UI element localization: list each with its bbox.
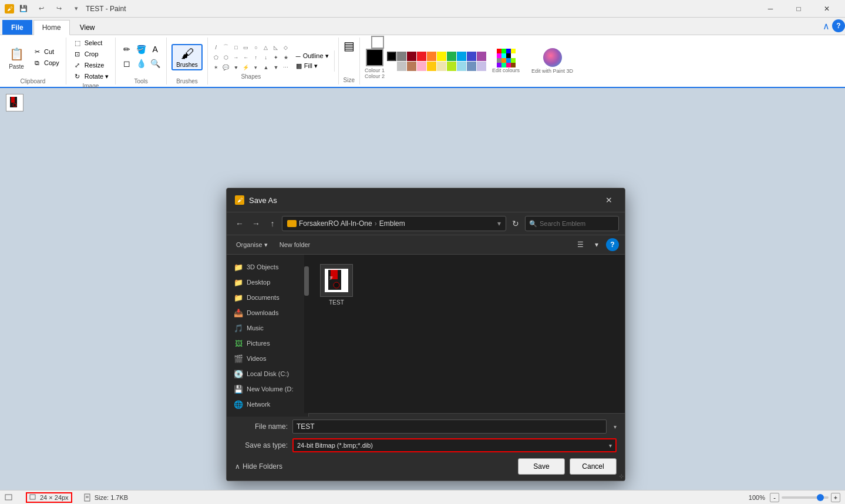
minimize-btn[interactable]: ─ bbox=[757, 0, 784, 18]
dialog-help-btn[interactable]: ? bbox=[606, 238, 619, 251]
crop-btn[interactable]: ⊡ Crop bbox=[71, 49, 110, 59]
organise-btn[interactable]: Organise ▾ bbox=[233, 240, 271, 250]
colour-selector[interactable]: Colour 1 Colour 2 bbox=[365, 43, 385, 79]
edit-with-paint3d-btn[interactable]: Edit with Paint 3D bbox=[526, 47, 579, 75]
outline-btn[interactable]: ─ Outline ▾ bbox=[294, 52, 331, 60]
shape-arrow-left[interactable]: ← bbox=[241, 53, 251, 62]
shape-star5[interactable]: ★ bbox=[281, 53, 291, 62]
color-cell-15[interactable] bbox=[437, 62, 446, 71]
shape-diamond[interactable]: ◇ bbox=[281, 43, 291, 52]
magnifier-btn[interactable]: 🔍 bbox=[149, 58, 161, 71]
color-picker-btn[interactable]: 💧 bbox=[134, 58, 147, 71]
paste-btn[interactable]: 📋 Paste bbox=[5, 43, 28, 71]
sidebar-scrollbar-thumb[interactable] bbox=[304, 266, 309, 296]
close-btn[interactable]: ✕ bbox=[813, 0, 840, 18]
edit-colours-btn[interactable]: Edit colours bbox=[489, 49, 523, 73]
save-btn[interactable]: Save bbox=[518, 458, 565, 475]
color-cell-4[interactable] bbox=[427, 52, 436, 61]
select-btn[interactable]: ⬚ Select bbox=[71, 38, 110, 48]
color-cell-7[interactable] bbox=[457, 52, 466, 61]
shape-arrow-up[interactable]: ↑ bbox=[251, 53, 261, 62]
pencil-btn[interactable]: ✏ bbox=[120, 44, 133, 57]
sidebar-scrollbar-track[interactable] bbox=[304, 255, 309, 413]
shape-callout[interactable]: 💬 bbox=[221, 63, 231, 72]
zoom-thumb[interactable] bbox=[817, 494, 824, 501]
filename-input[interactable] bbox=[292, 420, 607, 434]
color-cell-5[interactable] bbox=[437, 52, 446, 61]
hide-folders-btn[interactable]: ∧ Hide Folders bbox=[235, 462, 282, 471]
shape-rect[interactable]: □ bbox=[231, 43, 241, 52]
sidebar-item-videos[interactable]: 🎬 Videos bbox=[227, 351, 308, 366]
zoom-minus-btn[interactable]: - bbox=[770, 493, 779, 502]
color-cell-13[interactable] bbox=[417, 62, 426, 71]
sidebar-item-documents[interactable]: 📁 Documents bbox=[227, 290, 308, 305]
shape-hexagon[interactable]: ⬡ bbox=[221, 53, 231, 62]
sidebar-item-downloads[interactable]: 📥 Downloads bbox=[227, 305, 308, 320]
dialog-up-btn[interactable]: ↑ bbox=[265, 217, 280, 231]
redo-btn[interactable]: ↪ bbox=[52, 2, 66, 16]
dialog-close-btn[interactable]: ✕ bbox=[601, 194, 617, 206]
sidebar-item-desktop[interactable]: 📁 Desktop bbox=[227, 275, 308, 290]
color-cell-0[interactable] bbox=[387, 52, 396, 61]
fill-btn[interactable]: 🪣 bbox=[134, 44, 147, 57]
color-cell-19[interactable] bbox=[477, 62, 486, 71]
brushes-btn[interactable]: 🖌 Brushes bbox=[171, 44, 203, 70]
savetype-dropdown[interactable]: 24-bit Bitmap (*.bmp;*.dib) ▾ bbox=[292, 438, 617, 452]
color-cell-16[interactable] bbox=[447, 62, 456, 71]
shape-ellipse[interactable]: ○ bbox=[251, 43, 261, 52]
color-cell-11[interactable] bbox=[397, 62, 406, 71]
eraser-btn[interactable]: ◻ bbox=[120, 58, 133, 71]
sidebar-item-local-disk[interactable]: 💽 Local Disk (C:) bbox=[227, 366, 308, 381]
shape-more[interactable]: ▾ bbox=[251, 63, 261, 72]
file-item-test[interactable]: 罗 TEST bbox=[316, 262, 357, 308]
help-btn[interactable]: ? bbox=[832, 19, 845, 32]
zoom-slider[interactable] bbox=[782, 496, 829, 499]
shape-star4[interactable]: ✦ bbox=[271, 53, 281, 62]
shape-arrow-down[interactable]: ↓ bbox=[261, 53, 271, 62]
tab-home[interactable]: Home bbox=[33, 20, 70, 35]
breadcrumb-bar[interactable]: ForsakenRO All-In-One › Emblem ▾ bbox=[282, 216, 506, 231]
colour1-box[interactable] bbox=[366, 49, 383, 66]
color-cell-6[interactable] bbox=[447, 52, 456, 61]
shape-triangle[interactable]: △ bbox=[261, 43, 271, 52]
sidebar-item-music[interactable]: 🎵 Music bbox=[227, 320, 308, 336]
sidebar-item-new-volume[interactable]: 💾 New Volume (D: bbox=[227, 381, 308, 397]
fill-shape-btn[interactable]: ▩ Fill ▾ bbox=[294, 62, 331, 70]
save-quick-btn[interactable]: 💾 bbox=[16, 2, 31, 16]
search-input[interactable] bbox=[540, 220, 615, 227]
resize-handle[interactable]: ⊹ bbox=[619, 473, 624, 479]
ribbon-collapse-btn[interactable]: ∧ bbox=[823, 21, 830, 32]
color-cell-17[interactable] bbox=[457, 62, 466, 71]
shape-pentagon[interactable]: ⬠ bbox=[211, 53, 221, 62]
color-cell-8[interactable] bbox=[467, 52, 476, 61]
tab-view[interactable]: View bbox=[71, 20, 104, 35]
cut-btn[interactable]: ✂ Cut bbox=[31, 46, 61, 57]
new-folder-btn[interactable]: New folder bbox=[276, 240, 314, 249]
sidebar-item-network[interactable]: 🌐 Network bbox=[227, 397, 308, 412]
color-cell-14[interactable] bbox=[427, 62, 436, 71]
rotate-btn[interactable]: ↻ Rotate ▾ bbox=[71, 71, 110, 82]
sidebar-item-3d-objects[interactable]: 📁 3D Objects bbox=[227, 259, 308, 275]
dialog-back-btn[interactable]: ← bbox=[233, 217, 247, 231]
cancel-btn[interactable]: Cancel bbox=[570, 458, 617, 475]
tab-file[interactable]: File bbox=[2, 20, 32, 35]
view-dropdown-btn[interactable]: ▾ bbox=[590, 238, 604, 251]
shape-star6[interactable]: ✶ bbox=[211, 63, 221, 72]
color-cell-9[interactable] bbox=[477, 52, 486, 61]
undo-btn[interactable]: ↩ bbox=[34, 2, 48, 16]
copy-btn[interactable]: ⧉ Copy bbox=[31, 57, 61, 68]
color-cell-2[interactable] bbox=[407, 52, 416, 61]
resize-btn[interactable]: ⤢ Resize bbox=[71, 60, 110, 70]
sidebar-item-pictures[interactable]: 🖼 Pictures bbox=[227, 336, 308, 351]
maximize-btn[interactable]: □ bbox=[785, 0, 812, 18]
shape-lightning[interactable]: ⚡ bbox=[241, 63, 251, 72]
shape-right-triangle[interactable]: ◺ bbox=[271, 43, 281, 52]
shape-heart[interactable]: ♥ bbox=[231, 63, 241, 72]
color-cell-10[interactable] bbox=[387, 62, 396, 71]
shape-scroll-dn[interactable]: ▼ bbox=[271, 63, 281, 72]
shape-more2[interactable]: ⋯ bbox=[281, 63, 291, 72]
colour2-box[interactable] bbox=[371, 36, 384, 49]
shape-arrow-right[interactable]: → bbox=[231, 53, 241, 62]
view-list-btn[interactable]: ☰ bbox=[573, 238, 587, 251]
color-cell-3[interactable] bbox=[417, 52, 426, 61]
